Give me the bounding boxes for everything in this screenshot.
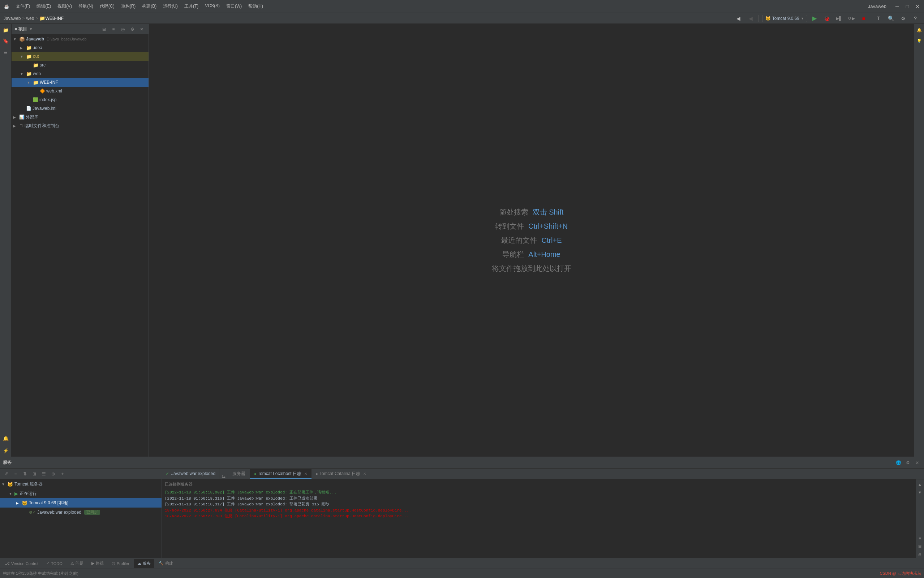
project-icon[interactable]: 📁 xyxy=(1,25,10,35)
bottom-tab-vcs[interactable]: ⎇ Version Control xyxy=(2,559,42,568)
deploy-arrow-icon[interactable]: ⇆ xyxy=(222,474,226,479)
menu-item-r[interactable]: 重构(R) xyxy=(118,3,139,10)
tree-item-indexjsp[interactable]: 🟩 index.jsp xyxy=(11,95,148,104)
svc-add-button[interactable]: + xyxy=(58,470,67,478)
breadcrumb-item-1[interactable]: web xyxy=(26,16,34,21)
breadcrumb-item-2[interactable]: WEB-INF xyxy=(45,16,63,21)
svc-item-tomcat-local[interactable]: ▶ 🐱 Tomcat 9.0.69 [本地] xyxy=(0,498,162,508)
bottom-tab-terminal[interactable]: ▶ 终端 xyxy=(88,559,107,568)
menu-item-u[interactable]: 运行(U) xyxy=(160,3,181,10)
bottom-tab-profiler[interactable]: ◎ Profiler xyxy=(108,559,133,568)
close-button[interactable]: ✕ xyxy=(914,3,921,10)
bottom-tab-terminal-label: 终端 xyxy=(96,561,104,566)
log-tab-localhost[interactable]: ● Tomcat Localhost 日志 ✕ xyxy=(250,469,312,479)
panel-web-button[interactable]: 🌐 xyxy=(894,459,902,467)
menu-item-vcss[interactable]: VCS(S) xyxy=(202,3,222,10)
log-tab-catalina-close[interactable]: ✕ xyxy=(363,472,366,476)
right-sidebar: 🔔 💡 xyxy=(914,24,924,456)
run-button[interactable]: ▶ xyxy=(809,13,820,23)
menu-item-h[interactable]: 帮助(H) xyxy=(245,3,266,10)
stop-button[interactable]: ■ xyxy=(859,13,869,23)
log-action-5[interactable]: 🖨 xyxy=(916,550,924,558)
breadcrumb-sep-0: > xyxy=(22,16,24,21)
notifications-right-icon[interactable]: 🔔 xyxy=(914,25,924,35)
file-tree: ▼ 📦 Javaweb D:\java_base\Javaweb ▶ 📁 .id… xyxy=(11,35,148,456)
log-scroll-top[interactable]: ▲ xyxy=(916,481,924,488)
collapse-all-button[interactable]: ⊟ xyxy=(100,25,108,33)
menu-item-t[interactable]: 工具(T) xyxy=(182,3,201,10)
log-line-3: 18-Nov-2022 01:56:27.634 信息 [Catalina-ut… xyxy=(165,508,913,514)
tree-item-scratch[interactable]: ▶ 🗒 临时文件和控制台 xyxy=(11,122,148,130)
translate-button[interactable]: T xyxy=(874,13,883,23)
menu-item-e[interactable]: 编辑(E) xyxy=(34,3,54,10)
bookmarks-icon[interactable]: 🔖 xyxy=(1,36,10,45)
svc-item-javaweb-war[interactable]: ⚙✓ Javaweb:war exploded [已同步] xyxy=(0,508,162,517)
settings-button[interactable]: ⚙ xyxy=(128,25,136,33)
window-title: Javaweb xyxy=(868,3,887,9)
expand-all-button[interactable]: ≡ xyxy=(109,25,117,33)
svc-filter-button[interactable]: ☰ xyxy=(40,470,48,478)
menu-item-n[interactable]: 导航(N) xyxy=(76,3,96,10)
bottom-tab-vcs-label: Version Control xyxy=(11,562,38,566)
breadcrumb-item-0[interactable]: Javaweb xyxy=(3,16,21,21)
notifications-icon[interactable]: 🔔 xyxy=(1,434,10,443)
panel-settings-button[interactable]: ⚙ xyxy=(904,459,912,467)
tree-item-javaweb[interactable]: ▼ 📦 Javaweb D:\java_base\Javaweb xyxy=(11,35,148,43)
tree-item-web[interactable]: ▼ 📁 web xyxy=(11,69,148,78)
menu-item-b[interactable]: 构建(B) xyxy=(139,3,159,10)
settings-button[interactable]: ⚙ xyxy=(898,13,908,23)
run-with-coverage-button[interactable]: ▶▌ xyxy=(834,13,844,23)
tree-item-src[interactable]: 📁 src xyxy=(11,61,148,69)
menu-item-c[interactable]: 代码(C) xyxy=(97,3,117,10)
hint-recent-shortcut: Ctrl+E xyxy=(541,236,562,245)
svc-filter2-button[interactable]: ⊕ xyxy=(49,470,57,478)
tree-item-out[interactable]: ▼ 📁 out xyxy=(11,52,148,61)
svc-refresh-button[interactable]: ↺ xyxy=(2,470,10,478)
plugins-icon[interactable]: ⚡ xyxy=(1,446,10,455)
search-button[interactable]: 🔍 xyxy=(886,13,896,23)
nav-back-button[interactable]: ◀ xyxy=(734,13,744,23)
debug-button[interactable]: 🐞 xyxy=(822,13,832,23)
panel-close-button[interactable]: ✕ xyxy=(913,459,921,467)
tree-item-iml[interactable]: 📄 Javaweb.iml xyxy=(11,104,148,113)
locate-file-button[interactable]: ◎ xyxy=(119,25,127,33)
bottom-tab-services[interactable]: ☁ 服务 xyxy=(134,559,154,568)
log-tab-localhost-close[interactable]: ✕ xyxy=(304,472,307,476)
tree-item-extlib[interactable]: ▶ 📊 外部库 xyxy=(11,113,148,122)
bottom-panel: 服务 🌐 ⚙ ✕ ↺ ≡ ⇅ ⊞ ☰ ⊕ + ▼ 🐱 To xyxy=(0,456,924,558)
structure-icon[interactable]: ≣ xyxy=(1,47,10,56)
hint-search: 随处搜索 双击 Shift xyxy=(499,207,564,217)
log-action-3[interactable]: ≡ xyxy=(916,535,924,542)
nav-forward-button[interactable]: ◀ xyxy=(746,13,756,23)
tree-item-webxml[interactable]: 🔶 web.xml xyxy=(11,87,148,95)
project-panel-dropdown[interactable]: ▼ xyxy=(29,27,33,31)
menu-item-w[interactable]: 窗口(W) xyxy=(223,3,245,10)
run-config-selector[interactable]: 🐱 Tomcat 9.0.69 ▼ xyxy=(762,15,807,22)
project-panel-title: ■ 项目 xyxy=(15,26,27,32)
tree-item-webinf[interactable]: ▼ 📁 WEB-INF xyxy=(11,78,148,87)
minimize-button[interactable]: ─ xyxy=(894,3,901,10)
tree-item-idea[interactable]: ▶ 📁 .idea xyxy=(11,43,148,52)
bottom-tab-problems[interactable]: ⚠ 问题 xyxy=(67,559,87,568)
profile-button[interactable]: ⟳▶ xyxy=(846,13,856,23)
bottom-tab-todo[interactable]: ✓ TODO xyxy=(43,559,66,568)
svc-grid-button[interactable]: ⊞ xyxy=(30,470,38,478)
svc-sort-button[interactable]: ⇅ xyxy=(21,470,29,478)
log-scroll-bottom[interactable]: ▼ xyxy=(916,489,924,496)
services-tree: ▼ 🐱 Tomcat 服务器 ▼ ▶ 正在运行 ▶ 🐱 Tom xyxy=(0,479,162,558)
menu-item-f[interactable]: 文件(F) xyxy=(13,3,33,10)
log-action-4[interactable]: ⊟ xyxy=(916,542,924,550)
menu-item-v[interactable]: 视图(V) xyxy=(55,3,75,10)
maximize-button[interactable]: □ xyxy=(904,3,911,10)
log-tab-server[interactable]: 服务器 xyxy=(228,469,250,479)
svc-item-tomcat-server[interactable]: ▼ 🐱 Tomcat 服务器 xyxy=(0,479,162,489)
log-tab-catalina[interactable]: ● Tomcat Catalina 日志 ✕ xyxy=(312,469,370,479)
status-build[interactable]: 构建在 1秒336毫秒 中成功完成 (片刻 之前) xyxy=(3,571,78,576)
close-panel-button[interactable]: ✕ xyxy=(138,25,146,33)
ide-features-icon[interactable]: 💡 xyxy=(914,36,924,45)
svc-group-button[interactable]: ≡ xyxy=(11,470,19,478)
svc-item-running-group[interactable]: ▼ ▶ 正在运行 xyxy=(0,489,162,498)
bottom-tab-build[interactable]: 🔨 构建 xyxy=(155,559,177,568)
help-button[interactable]: ? xyxy=(910,13,921,23)
log-panel: ✓ Javaweb:war exploded ⇆ 服务器 ● Tomcat Lo… xyxy=(162,469,924,558)
